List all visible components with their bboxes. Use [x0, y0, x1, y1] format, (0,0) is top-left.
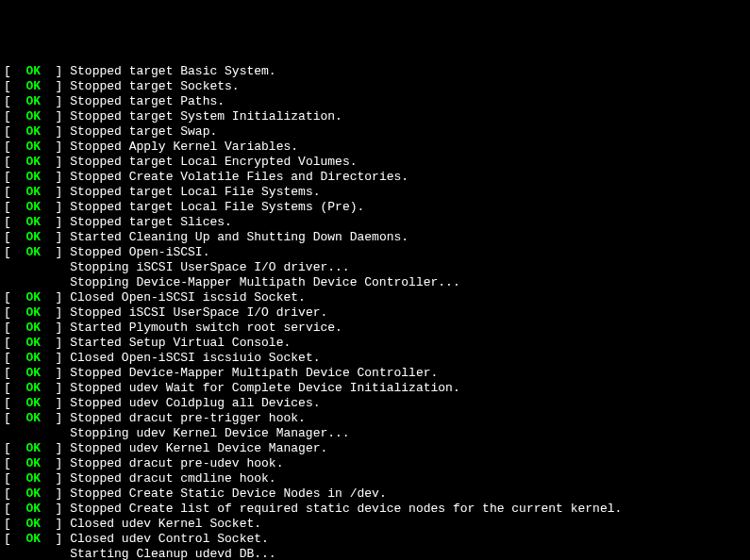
status-ok: OK	[25, 290, 41, 305]
bracket-open: [	[4, 336, 25, 350]
log-message: Stopped target Local File Systems.	[70, 185, 320, 199]
status-ok: OK	[25, 215, 41, 229]
bracket-close: ]	[41, 155, 70, 169]
log-line: [ OK ] Stopped target Sockets.	[4, 79, 746, 94]
bracket-open: [	[4, 381, 25, 395]
log-line: [ OK ] Stopped Create list of required s…	[4, 502, 746, 517]
terminal-output: [ OK ] Stopped target Basic System.[ OK …	[4, 64, 746, 560]
status-ok: OK	[25, 170, 41, 184]
status-ok: OK	[25, 140, 41, 154]
log-message: Closed udev Kernel Socket.	[70, 517, 261, 531]
status-ok: OK	[25, 79, 41, 93]
log-line: [ OK ] Stopped target Paths.	[4, 94, 746, 109]
bracket-close: ]	[41, 140, 70, 154]
log-line: [ OK ] Closed Open-iSCSI iscsid Socket.	[4, 290, 746, 305]
bracket-open: [	[4, 185, 25, 199]
status-ok: OK	[25, 366, 41, 380]
log-line: [ OK ] Stopped target Local File Systems…	[4, 185, 746, 200]
bracket-open: [	[4, 290, 25, 305]
bracket-close: ]	[41, 290, 70, 305]
log-line: [ OK ] Closed udev Control Socket.	[4, 532, 746, 547]
log-message: Stopped iSCSI UserSpace I/O driver.	[70, 305, 327, 320]
log-line: [ OK ] Stopped udev Wait for Complete De…	[4, 381, 746, 396]
status-ok: OK	[25, 305, 41, 320]
bracket-open: [	[4, 502, 25, 516]
bracket-open: [	[4, 351, 25, 365]
status-ok: OK	[25, 94, 41, 108]
bracket-open: [	[4, 486, 25, 501]
log-line: [ OK ] Stopped target Slices.	[4, 215, 746, 230]
log-message: Stopping Device-Mapper Multipath Device …	[70, 275, 459, 289]
bracket-open: [	[4, 200, 25, 214]
log-message: Started Cleaning Up and Shutting Down Da…	[70, 230, 408, 244]
bracket-open: [	[4, 456, 25, 470]
bracket-close: ]	[41, 109, 70, 124]
status-ok: OK	[25, 456, 41, 470]
bracket-open: [	[4, 230, 25, 244]
log-message: Stopped target System Initialization.	[70, 109, 342, 124]
bracket-open: [	[4, 411, 25, 425]
log-line: [ OK ] Stopped Apply Kernel Variables.	[4, 140, 746, 155]
bracket-open: [	[4, 79, 25, 93]
log-message: Stopped dracut pre-trigger hook.	[70, 411, 306, 425]
indent-spacer	[4, 260, 70, 274]
log-message: Starting Cleanup udevd DB...	[70, 547, 275, 560]
bracket-open: [	[4, 471, 25, 486]
bracket-close: ]	[41, 94, 70, 108]
bracket-close: ]	[41, 411, 70, 425]
bracket-close: ]	[41, 230, 70, 244]
bracket-open: [	[4, 517, 25, 531]
bracket-close: ]	[41, 532, 70, 546]
log-line: [ OK ] Stopped Create Volatile Files and…	[4, 170, 746, 185]
bracket-close: ]	[41, 321, 70, 335]
status-ok: OK	[25, 200, 41, 214]
bracket-close: ]	[41, 124, 70, 139]
log-message: Stopped target Local File Systems (Pre).	[70, 200, 364, 214]
log-message: Stopped target Slices.	[70, 215, 232, 229]
bracket-open: [	[4, 64, 25, 78]
bracket-open: [	[4, 532, 25, 546]
indent-spacer	[4, 426, 70, 440]
log-message: Closed Open-iSCSI iscsid Socket.	[70, 290, 306, 305]
bracket-open: [	[4, 441, 25, 455]
log-line: [ OK ] Stopped dracut cmdline hook.	[4, 471, 746, 486]
log-message: Stopped udev Kernel Device Manager.	[70, 441, 327, 455]
bracket-close: ]	[41, 305, 70, 320]
log-line: [ OK ] Closed udev Kernel Socket.	[4, 517, 746, 532]
status-ok: OK	[25, 471, 41, 486]
status-ok: OK	[25, 532, 41, 546]
log-message: Stopped Create Static Device Nodes in /d…	[70, 486, 386, 501]
log-message: Stopped dracut cmdline hook.	[70, 471, 275, 486]
bracket-open: [	[4, 109, 25, 124]
bracket-close: ]	[41, 351, 70, 365]
log-message: Stopped Open-iSCSI.	[70, 245, 209, 259]
log-message: Closed Open-iSCSI iscsiuio Socket.	[70, 351, 320, 365]
bracket-close: ]	[41, 336, 70, 350]
status-ok: OK	[25, 64, 41, 78]
status-ok: OK	[25, 109, 41, 124]
bracket-close: ]	[41, 471, 70, 486]
log-message: Stopping iSCSI UserSpace I/O driver...	[70, 260, 349, 274]
status-ok: OK	[25, 517, 41, 531]
status-ok: OK	[25, 381, 41, 395]
bracket-close: ]	[41, 441, 70, 455]
indent-spacer	[4, 547, 70, 560]
log-message: Stopped target Sockets.	[70, 79, 239, 93]
log-line: [ OK ] Started Setup Virtual Console.	[4, 336, 746, 351]
log-message: Stopped dracut pre-udev hook.	[70, 456, 283, 470]
log-message: Stopped udev Wait for Complete Device In…	[70, 381, 459, 395]
log-line: [ OK ] Stopped udev Coldplug all Devices…	[4, 396, 746, 411]
bracket-close: ]	[41, 366, 70, 380]
indent-spacer	[4, 275, 70, 289]
log-line: Stopping Device-Mapper Multipath Device …	[4, 275, 746, 290]
log-message: Stopping udev Kernel Device Manager...	[70, 426, 349, 440]
log-line: [ OK ] Stopped dracut pre-trigger hook.	[4, 411, 746, 426]
log-line: [ OK ] Stopped target Local File Systems…	[4, 200, 746, 215]
status-ok: OK	[25, 411, 41, 425]
status-ok: OK	[25, 155, 41, 169]
bracket-close: ]	[41, 456, 70, 470]
bracket-open: [	[4, 366, 25, 380]
bracket-close: ]	[41, 170, 70, 184]
status-ok: OK	[25, 124, 41, 139]
log-message: Stopped Device-Mapper Multipath Device C…	[70, 366, 438, 380]
